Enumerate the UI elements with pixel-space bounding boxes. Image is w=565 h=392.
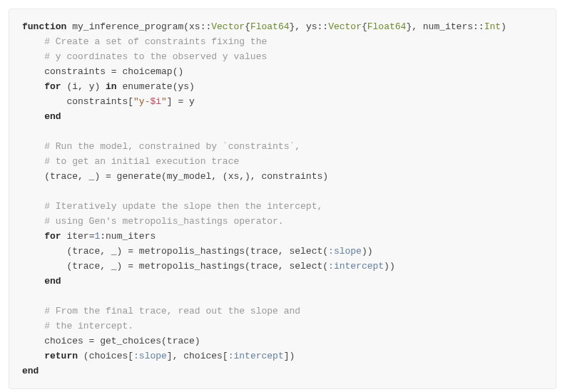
text: enumerate(ys) [117, 81, 195, 92]
keyword-end: end [44, 111, 61, 122]
text: constraints[ [22, 96, 133, 107]
comment: # y coordinates to the observed y values [22, 51, 267, 62]
text: )) [362, 246, 373, 257]
code-line: constraints = choicemap() [22, 66, 183, 77]
indent [22, 111, 44, 122]
comment: # Run the model, constrained by `constra… [22, 141, 300, 152]
text: iter= [61, 231, 95, 242]
text: , num_iters [412, 21, 473, 32]
keyword-end: end [44, 276, 61, 287]
code-line: (trace, _) = metropolis_hastings(trace, … [22, 261, 395, 272]
interp: $i [150, 96, 161, 107]
code-line: return (choices[:slope], choices[:interc… [22, 351, 295, 361]
code-line: end [22, 276, 61, 287]
keyword-end: end [22, 366, 39, 376]
string: "y- [133, 96, 150, 107]
text: ]) [284, 351, 295, 361]
type-float64: Float64 [250, 21, 290, 32]
dc: :: [317, 21, 329, 32]
keyword-for: for [44, 81, 61, 92]
indent [22, 81, 44, 92]
code-line: function my_inference_program(xs::Vector… [22, 21, 507, 32]
type-int: Int [484, 21, 501, 32]
dc: :: [200, 21, 212, 32]
text: (i, y) [61, 81, 106, 92]
code-line: end [22, 111, 61, 122]
text: ] = y [167, 96, 195, 107]
text: (trace, _) = metropolis_hastings(trace, … [22, 246, 328, 257]
symbol: :intercept [328, 261, 384, 272]
comment: # the intercept. [22, 321, 133, 331]
string: " [161, 96, 167, 107]
code-line: choices = get_choices(trace) [22, 336, 200, 346]
brace: { [362, 21, 367, 32]
type-vector: Vector [211, 21, 245, 32]
keyword-for: for [44, 231, 61, 242]
text: ], choices[ [167, 351, 228, 361]
comment: # Iteratively update the slope then the … [22, 201, 322, 212]
comment: # Create a set of constraints fixing the [22, 36, 267, 47]
symbol: :slope [133, 351, 167, 361]
comment: # to get an initial execution trace [22, 156, 239, 167]
code-line: (trace, _) = generate(my_model, (xs,), c… [22, 171, 328, 182]
comment: # using Gen's metropolis_hastings operat… [22, 216, 284, 227]
code-line: for iter=1:num_iters [22, 231, 156, 242]
code-line: for (i, y) in enumerate(ys) [22, 81, 195, 92]
code-line: constraints["y-$i"] = y [22, 96, 195, 107]
comment: # From the final trace, read out the slo… [22, 306, 300, 316]
fn-name: my_inference_program(xs [66, 21, 200, 32]
symbol: :slope [328, 246, 362, 257]
keyword-in: in [106, 81, 117, 92]
type-float64: Float64 [367, 21, 407, 32]
text: )) [384, 261, 395, 272]
brace: { [245, 21, 250, 32]
type-vector: Vector [328, 21, 362, 32]
keyword-function: function [22, 21, 66, 32]
paren: ) [501, 21, 507, 32]
text: :num_iters [100, 231, 156, 242]
text: (trace, _) = metropolis_hastings(trace, … [22, 261, 328, 272]
code-line: (trace, _) = metropolis_hastings(trace, … [22, 246, 373, 257]
dc: :: [473, 21, 484, 32]
keyword-return: return [44, 351, 78, 361]
text: (choices[ [78, 351, 133, 361]
indent [22, 276, 44, 287]
text: , ys [295, 21, 317, 32]
indent [22, 231, 44, 242]
indent [22, 351, 44, 361]
symbol: :intercept [228, 351, 284, 361]
code-block: function my_inference_program(xs::Vector… [9, 9, 556, 389]
